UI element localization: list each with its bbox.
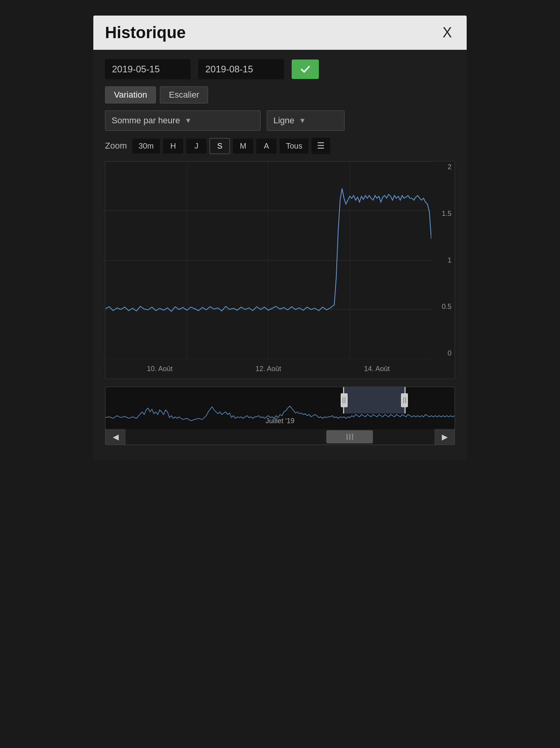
end-date-input[interactable] <box>198 59 284 79</box>
modal-dialog: Historique X Variation Escalier Somme pa… <box>93 16 467 461</box>
display-chevron-icon: ▼ <box>299 117 306 125</box>
zoom-s-button[interactable]: S <box>210 138 230 154</box>
yaxis-label-1-5: 1.5 <box>442 210 452 218</box>
display-dropdown[interactable]: Ligne ▼ <box>267 110 345 131</box>
zoom-30m-button[interactable]: 30m <box>132 138 160 154</box>
xaxis-label-12-aout: 12. Août <box>256 365 281 373</box>
zoom-m-button[interactable]: M <box>233 138 253 154</box>
yaxis-label-1: 1 <box>448 256 452 265</box>
chart-xaxis: 10. Août 12. Août 14. Août <box>105 359 431 378</box>
chart-plot-area <box>105 161 431 359</box>
start-date-input[interactable] <box>105 59 191 79</box>
chart-type-row: Variation Escalier <box>105 86 455 103</box>
navigator-container: Juillet '19 ◀ ▶ <box>105 387 455 445</box>
aggregation-label: Somme par heure <box>112 116 180 126</box>
dropdowns-row: Somme par heure ▼ Ligne ▼ <box>105 110 455 131</box>
zoom-h-button[interactable]: H <box>163 138 183 154</box>
zoom-label: Zoom <box>105 141 127 151</box>
navigator-right-handle[interactable] <box>401 393 408 407</box>
scroll-thumb-icon <box>346 434 353 440</box>
scroll-thumb[interactable] <box>326 430 373 443</box>
aggregation-chevron-icon: ▼ <box>185 117 192 125</box>
modal-header: Historique X <box>93 16 467 50</box>
date-range-row <box>105 59 455 79</box>
aggregation-dropdown[interactable]: Somme par heure ▼ <box>105 110 261 131</box>
scroll-track[interactable] <box>126 429 434 445</box>
scrollbar-row: ◀ ▶ <box>105 429 455 445</box>
yaxis-label-0-5: 0.5 <box>442 303 452 311</box>
yaxis-label-0: 0 <box>448 349 452 357</box>
navigator-selection[interactable] <box>343 387 406 413</box>
variation-button[interactable]: Variation <box>105 86 156 103</box>
modal-body: Variation Escalier Somme par heure ▼ Lig… <box>93 50 467 461</box>
navigator-date-label: Juillet '19 <box>266 417 294 425</box>
chart-yaxis: 2 1.5 1 0.5 0 <box>431 161 455 359</box>
main-chart: 2 1.5 1 0.5 0 10. Août 12. Août 14. Août <box>105 161 455 379</box>
navigator-left-handle[interactable] <box>341 393 348 407</box>
zoom-j-button[interactable]: J <box>186 138 206 154</box>
xaxis-label-14-aout: 14. Août <box>364 365 390 373</box>
confirm-date-button[interactable] <box>292 60 319 79</box>
close-button[interactable]: X <box>439 26 455 40</box>
scroll-right-button[interactable]: ▶ <box>434 429 455 445</box>
yaxis-label-2: 2 <box>448 163 452 171</box>
escalier-button[interactable]: Escalier <box>160 86 208 103</box>
menu-button[interactable]: ☰ <box>312 138 330 154</box>
zoom-row: Zoom 30m H J S M A Tous ☰ <box>105 138 455 154</box>
display-label: Ligne <box>273 116 294 126</box>
zoom-tous-button[interactable]: Tous <box>280 138 308 154</box>
zoom-a-button[interactable]: A <box>256 138 276 154</box>
modal-title: Historique <box>105 23 186 42</box>
scroll-left-button[interactable]: ◀ <box>105 429 126 445</box>
xaxis-label-10-aout: 10. Août <box>147 365 173 373</box>
